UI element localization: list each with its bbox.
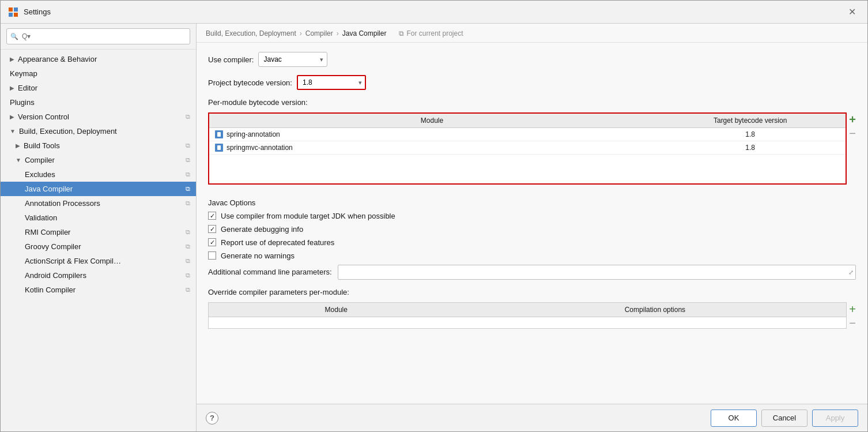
breadcrumb-part-1: Build, Execution, Deployment xyxy=(206,29,296,37)
override-table-container: Module Compilation options xyxy=(208,302,847,329)
cmd-params-row: Additional command line parameters: ⤢ xyxy=(208,265,856,280)
checkbox-label-deprecated: Report use of deprecated features xyxy=(221,238,334,247)
sidebar-item-appearance[interactable]: ▶ Appearance & Behavior xyxy=(1,52,196,66)
project-icon: ⧉ xyxy=(399,29,404,37)
main-content: ▶ Appearance & Behavior Keymap ▶ Editor … xyxy=(1,24,867,431)
bytecode-version-select[interactable]: 1.8 1.7 1.6 11 xyxy=(297,75,366,90)
use-compiler-select-wrapper: Javac Eclipse Ajc xyxy=(258,52,327,67)
remove-module-button[interactable]: − xyxy=(849,126,856,140)
sidebar-item-editor[interactable]: ▶ Editor xyxy=(1,81,196,95)
sidebar-item-label: Validation xyxy=(25,213,190,222)
help-button[interactable]: ? xyxy=(206,412,218,425)
breadcrumb-sep-1: › xyxy=(300,29,302,37)
app-icon xyxy=(7,6,19,18)
sidebar-item-label: Groovy Compiler xyxy=(25,242,182,251)
module-name: spring-annotation xyxy=(227,130,280,138)
copy-icon: ⧉ xyxy=(186,243,190,250)
sidebar-item-compiler[interactable]: ▼ Compiler ⧉ xyxy=(1,153,196,167)
override-label: Override compiler parameters per-module: xyxy=(208,288,856,296)
apply-button[interactable]: Apply xyxy=(812,410,858,427)
sidebar-item-label: Editor xyxy=(18,84,190,92)
module-name: springmvc-annotation xyxy=(227,144,293,152)
cmd-params-input[interactable] xyxy=(338,265,856,280)
table-row[interactable]: springmvc-annotation 1.8 xyxy=(209,141,846,155)
sidebar-item-keymap[interactable]: Keymap xyxy=(1,66,196,81)
footer-right: OK Cancel Apply xyxy=(711,410,858,427)
checkbox-row-debug: Generate debugging info xyxy=(208,225,856,234)
breadcrumb-sep-2: › xyxy=(337,29,339,37)
sidebar-item-version-control[interactable]: ▶ Version Control ⧉ xyxy=(1,110,196,124)
module-icon xyxy=(215,144,223,152)
table-row[interactable]: spring-annotation 1.8 xyxy=(209,128,846,141)
sidebar-item-label: Kotlin Compiler xyxy=(25,286,182,294)
cmd-params-wrapper: ⤢ xyxy=(338,265,856,280)
sidebar-item-android-compilers[interactable]: Android Compilers ⧉ xyxy=(1,268,196,283)
sidebar-item-label: Appearance & Behavior xyxy=(18,55,190,63)
copy-icon: ⧉ xyxy=(186,171,190,178)
add-override-button[interactable]: + xyxy=(849,302,856,316)
sidebar: ▶ Appearance & Behavior Keymap ▶ Editor … xyxy=(1,24,197,431)
titlebar-left: Settings xyxy=(7,6,51,18)
footer: ? OK Cancel Apply xyxy=(197,404,867,431)
col-version: Target bytecode version xyxy=(655,114,846,128)
sidebar-item-plugins[interactable]: Plugins xyxy=(1,95,196,110)
copy-icon: ⧉ xyxy=(186,257,190,265)
arrow-icon: ▶ xyxy=(10,114,14,120)
sidebar-item-kotlin-compiler[interactable]: Kotlin Compiler ⧉ xyxy=(1,283,196,297)
checkbox-nowarnings[interactable] xyxy=(208,251,216,260)
sidebar-item-java-compiler[interactable]: Java Compiler ⧉ xyxy=(1,182,196,196)
checkbox-row-jdk: Use compiler from module target JDK when… xyxy=(208,212,856,220)
cancel-button[interactable]: Cancel xyxy=(761,410,807,427)
panel-content: Use compiler: Javac Eclipse Ajc Project … xyxy=(197,43,867,404)
module-table: Module Target bytecode version sp xyxy=(209,114,846,183)
sidebar-item-label: Annotation Processors xyxy=(25,199,182,208)
titlebar: Settings ✕ xyxy=(1,1,867,24)
use-compiler-select[interactable]: Javac Eclipse Ajc xyxy=(258,52,327,67)
arrow-icon: ▶ xyxy=(16,142,20,149)
javac-section-header: Javac Options xyxy=(208,198,856,207)
bytecode-version-row: Project bytecode version: 1.8 1.7 1.6 11 xyxy=(208,75,856,90)
remove-override-button[interactable]: − xyxy=(849,316,856,330)
add-module-button[interactable]: + xyxy=(849,112,856,126)
ok-button[interactable]: OK xyxy=(711,410,757,427)
checkbox-label-jdk: Use compiler from module target JDK when… xyxy=(221,212,395,220)
copy-icon: ⧉ xyxy=(186,156,190,164)
cmd-params-label: Additional command line parameters: xyxy=(208,268,332,276)
expand-icon[interactable]: ⤢ xyxy=(848,268,854,276)
sidebar-item-groovy-compiler[interactable]: Groovy Compiler ⧉ xyxy=(1,239,196,254)
sidebar-item-label: Compiler xyxy=(25,156,182,164)
sidebar-item-label: Build Tools xyxy=(24,141,182,150)
override-col-compilation: Compilation options xyxy=(464,303,847,317)
arrow-icon: ▼ xyxy=(16,157,21,163)
use-compiler-row: Use compiler: Javac Eclipse Ajc xyxy=(208,52,856,67)
close-button[interactable]: ✕ xyxy=(844,4,861,20)
version-cell: 1.8 xyxy=(655,141,846,155)
sidebar-item-build-tools[interactable]: ▶ Build Tools ⧉ xyxy=(1,138,196,153)
sidebar-item-rmi-compiler[interactable]: RMI Compiler ⧉ xyxy=(1,225,196,239)
svg-rect-1 xyxy=(14,7,18,12)
svg-rect-0 xyxy=(9,7,13,12)
use-compiler-label: Use compiler: xyxy=(208,55,254,64)
bytecode-version-label: Project bytecode version: xyxy=(208,78,292,87)
search-box xyxy=(1,24,196,50)
checkbox-label-nowarnings: Generate no warnings xyxy=(221,251,295,260)
sidebar-item-label: RMI Compiler xyxy=(25,228,182,236)
module-cell: spring-annotation xyxy=(215,130,649,138)
sidebar-item-label: Android Compilers xyxy=(25,271,182,280)
search-input[interactable] xyxy=(6,28,190,44)
sidebar-item-actionscript[interactable]: ActionScript & Flex Compil… ⧉ xyxy=(1,254,196,268)
checkbox-deprecated[interactable] xyxy=(208,238,216,246)
sidebar-item-annotation-processors[interactable]: Annotation Processors ⧉ xyxy=(1,196,196,211)
per-module-label: Per-module bytecode version: xyxy=(208,98,856,107)
sidebar-item-excludes[interactable]: Excludes ⧉ xyxy=(1,167,196,182)
window-title: Settings xyxy=(24,7,51,16)
breadcrumb-part-2: Compiler xyxy=(305,29,333,37)
sidebar-item-validation[interactable]: Validation xyxy=(1,211,196,225)
module-table-container: Module Target bytecode version sp xyxy=(208,112,847,185)
sidebar-item-build-execution[interactable]: ▼ Build, Execution, Deployment xyxy=(1,124,196,138)
breadcrumb: Build, Execution, Deployment › Compiler … xyxy=(197,24,867,43)
checkbox-debug[interactable] xyxy=(208,225,216,233)
checkbox-row-deprecated: Report use of deprecated features xyxy=(208,238,856,247)
sidebar-item-label: Plugins xyxy=(10,98,190,107)
checkbox-jdk[interactable] xyxy=(208,212,216,220)
